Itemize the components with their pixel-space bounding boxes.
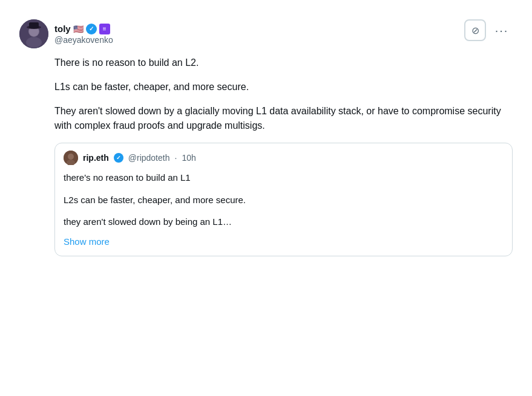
quoted-tweet-header: rip.eth ✓ @ripdoteth · 10h	[64, 151, 504, 165]
author-handle[interactable]: @aeyakovenko	[54, 35, 113, 45]
quoted-paragraph-1: there's no reason to build an L1	[64, 171, 504, 185]
tweet-header-left: toly 🇺🇸 ✓ ≡ @aeyakovenko	[19, 19, 113, 48]
brand-badge: ≡	[99, 24, 110, 34]
quoted-tweet[interactable]: rip.eth ✓ @ripdoteth · 10h there's no re…	[54, 143, 513, 256]
tweet-body: There is no reason to build an L2. L1s c…	[19, 56, 513, 256]
tweet-header: toly 🇺🇸 ✓ ≡ @aeyakovenko ⊘ ···	[19, 19, 513, 48]
author-info: toly 🇺🇸 ✓ ≡ @aeyakovenko	[54, 24, 113, 45]
quoted-author-handle[interactable]: @ripdoteth	[128, 153, 170, 163]
verified-badge: ✓	[86, 24, 97, 34]
svg-rect-5	[29, 22, 39, 28]
tweet-card: toly 🇺🇸 ✓ ≡ @aeyakovenko ⊘ ··· There is …	[10, 10, 522, 264]
avatar-image	[19, 19, 48, 48]
separator-dot: ·	[174, 153, 177, 163]
bookmark-button[interactable]: ⊘	[464, 19, 486, 41]
quoted-author-name[interactable]: rip.eth	[83, 153, 109, 163]
quoted-avatar	[64, 151, 78, 165]
author-name[interactable]: toly	[54, 24, 71, 34]
quoted-paragraph-3: they aren't slowed down by being an L1…	[64, 215, 504, 229]
svg-point-2	[26, 37, 42, 48]
quoted-paragraph-2: L2s can be faster, cheaper, and more sec…	[64, 193, 504, 207]
svg-point-7	[68, 154, 74, 160]
more-button[interactable]: ···	[491, 19, 513, 41]
flag-badge: 🇺🇸	[73, 24, 84, 34]
author-name-row: toly 🇺🇸 ✓ ≡	[54, 24, 113, 34]
quoted-tweet-text: there's no reason to build an L1 L2s can…	[64, 171, 504, 248]
tweet-paragraph-1: There is no reason to build an L2.	[54, 56, 513, 70]
bookmark-icon: ⊘	[471, 25, 479, 36]
show-more-link[interactable]: Show more	[64, 235, 504, 249]
quoted-tweet-time: 10h	[182, 153, 195, 163]
tweet-actions: ⊘ ···	[464, 19, 513, 41]
quoted-verified-badge: ✓	[114, 153, 123, 163]
tweet-paragraph-3: They aren't slowed down by a glacially m…	[54, 104, 513, 133]
avatar[interactable]	[19, 19, 48, 48]
tweet-paragraph-2: L1s can be faster, cheaper, and more sec…	[54, 80, 513, 94]
tweet-text: There is no reason to build an L2. L1s c…	[54, 56, 513, 133]
